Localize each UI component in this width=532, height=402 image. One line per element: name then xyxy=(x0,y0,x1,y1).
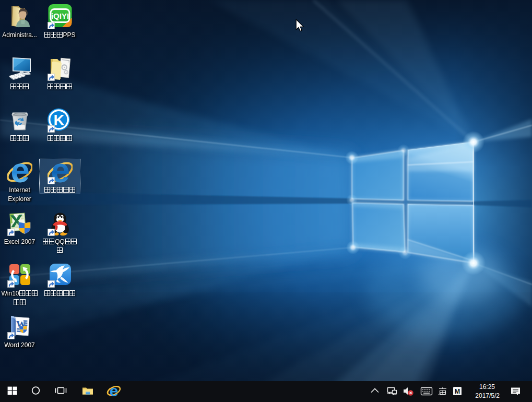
svg-text:16:25: 16:25 xyxy=(479,383,495,391)
svg-text:e: e xyxy=(10,159,30,184)
svg-text:K: K xyxy=(53,112,64,128)
svg-text:2017/5/2: 2017/5/2 xyxy=(475,392,500,399)
svg-text:M: M xyxy=(455,388,460,395)
svg-text:iQIYI: iQIYI xyxy=(51,11,68,20)
svg-text:e: e xyxy=(110,382,119,399)
